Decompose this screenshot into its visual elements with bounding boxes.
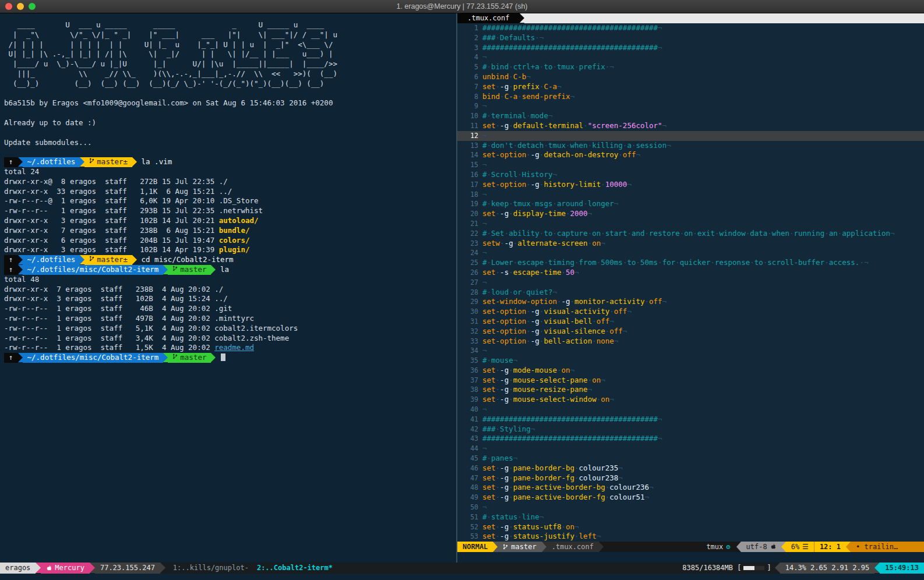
syntax-token: # — [482, 454, 487, 462]
syntax-token: Lower — [491, 258, 513, 267]
command-text: la — [216, 265, 229, 274]
vim-line: 16#·Scroll·History¬ — [457, 170, 924, 180]
tab-tmux-conf[interactable]: .tmux.conf — [457, 13, 520, 23]
syntax-token: visual-activity — [544, 307, 609, 316]
space-dot: · — [609, 307, 614, 316]
powerline-separator-icon — [18, 255, 23, 264]
line-number: 40 — [457, 405, 482, 415]
prompt-cwd: ~/.dotfiles — [23, 255, 80, 265]
vim-line: 47set·-g·pane-border-fg·colour238¬ — [457, 473, 924, 483]
syntax-token: keep — [491, 199, 509, 208]
vim-line-text: #·Set·ability·to·capture·on·start·and·re… — [482, 229, 895, 239]
space-dot: · — [487, 141, 492, 150]
vim-buffer[interactable]: 1#######################################… — [457, 23, 924, 542]
space-dot: · — [509, 209, 513, 218]
vim-line: 38set·-g·mouse-resize-pane¬ — [457, 385, 924, 395]
syntax-token: off — [623, 150, 636, 159]
vim-line-text: setw·-g·alternate-screen·on¬ — [482, 239, 605, 249]
vim-line: 30set-option·-g·visual-activity·off¬ — [457, 307, 924, 317]
powerline-separator-icon — [163, 353, 168, 362]
line-number: 41 — [457, 415, 482, 425]
vim-line-text: #·Scroll·History¬ — [482, 170, 557, 180]
space-dot: · — [496, 366, 500, 374]
vim-cmdline — [457, 552, 924, 563]
shell-pane[interactable]: ____ U ___ u _____ _____ _ U _____ u ___… — [0, 13, 456, 563]
line-number: 2 — [457, 33, 482, 43]
vim-pane[interactable]: .tmux.conf 1############################… — [456, 13, 924, 563]
syntax-token: setw — [482, 239, 500, 247]
vim-line-text: ¬ — [482, 131, 487, 141]
syntax-token: 500ms — [601, 258, 623, 267]
apple-icon — [46, 565, 52, 572]
space-dot: · — [509, 522, 513, 531]
readme-link[interactable]: readme.md — [214, 343, 254, 352]
syntax-token: -g — [531, 337, 539, 345]
syntax-token: killing — [592, 141, 623, 150]
syntax-token: Set — [491, 229, 505, 238]
file-entry-text: drwxr-xr-x 3 eragos staff 102B 14 Apr 19… — [4, 245, 219, 254]
syntax-token: around — [557, 199, 583, 208]
space-dot: · — [496, 532, 500, 540]
syntax-token: off — [609, 327, 623, 335]
syntax-token: panes — [491, 454, 513, 462]
syntax-token: off — [614, 307, 627, 316]
vim-line-text: set·-g·mouse-select-window·on¬ — [482, 395, 614, 405]
syntax-token: on — [562, 366, 570, 374]
syntax-token: access. — [829, 258, 860, 267]
space-dot: · — [509, 72, 513, 81]
line-number: 37 — [457, 376, 482, 386]
terminal-output-line: -rw-r--r-- 1 eragos staff 46B 4 Aug 20:0… — [4, 304, 453, 314]
vim-line-text: set-window-option·-g·monitor-activity·of… — [482, 297, 666, 307]
eol-marker-icon: ¬ — [601, 376, 605, 384]
space-dot: · — [496, 483, 500, 491]
space-dot: · — [496, 464, 500, 472]
tmux-window-active[interactable]: 2:..Cobalt2-iterm* — [253, 563, 337, 574]
eol-marker-icon: ¬ — [890, 229, 895, 238]
vim-line: 37set·-g·mouse-select-pane·on¬ — [457, 376, 924, 386]
vim-line-text: set·-g·mode-mouse·on¬ — [482, 366, 574, 376]
eol-marker-icon: ¬ — [597, 532, 601, 540]
tmux-window[interactable]: 1:..kills/gnuplot- — [169, 563, 253, 574]
line-number: 17 — [457, 180, 482, 190]
space-dot: · — [574, 258, 579, 267]
vim-line-text: ###·Defaults·¬ — [482, 33, 544, 43]
line-number: 4 — [457, 52, 482, 62]
syntax-token: C-b — [513, 72, 527, 81]
line-number: 52 — [457, 522, 482, 532]
prompt-arrow: ↑ — [4, 157, 18, 167]
branch-icon — [172, 353, 178, 360]
directory-name: bundle/ — [219, 226, 250, 235]
vim-line: 53set·-g·status-justify·left¬ — [457, 532, 924, 542]
vim-line: 15¬ — [457, 160, 924, 170]
eol-marker-icon: ¬ — [482, 346, 487, 355]
space-dot: · — [592, 337, 597, 345]
close-button[interactable] — [5, 3, 12, 10]
branch-icon — [172, 265, 178, 272]
syntax-token: -g — [500, 82, 509, 91]
vim-line-text: set·-g·status-utf8·on¬ — [482, 522, 579, 532]
syntax-token: -g — [500, 532, 509, 540]
vim-line: 48set·-g·pane-active-border-bg·colour236… — [457, 483, 924, 493]
terminal-output-line: total 48 — [4, 275, 453, 285]
terminal-cursor — [221, 353, 225, 361]
vim-tabline: .tmux.conf — [457, 13, 924, 23]
vim-line: 23setw·-g·alternate-screen·on¬ — [457, 239, 924, 249]
vim-line-text: set-option·-g·detach-on-destroy·off¬ — [482, 150, 640, 160]
zoom-button[interactable] — [29, 3, 36, 10]
tmux-hostname: Mercury — [41, 563, 90, 574]
syntax-token: ### — [482, 425, 496, 433]
space-dot: · — [496, 493, 500, 501]
space-dot: · — [644, 297, 649, 306]
syntax-token: # — [482, 229, 487, 238]
vim-line: 9¬ — [457, 101, 924, 111]
vim-line: 21¬ — [457, 219, 924, 229]
minimize-button[interactable] — [17, 3, 24, 10]
vim-line-text: set-option·-g·visual-activity·off¬ — [482, 307, 632, 317]
syntax-token: set-option — [482, 317, 526, 326]
line-number: 21 — [457, 219, 482, 229]
terminal-output-line: ____ U ___ u _____ _____ _ U _____ u ___… — [4, 20, 453, 30]
syntax-token: escape-time — [513, 268, 562, 277]
file-entry-text: drwxr-xr-x 6 eragos staff 204B 15 Jul 19… — [4, 236, 219, 245]
titlebar[interactable]: 1. eragos@Mercury | 77.23.155.247 (sh) — [0, 0, 924, 13]
syntax-token: -g — [500, 366, 509, 374]
